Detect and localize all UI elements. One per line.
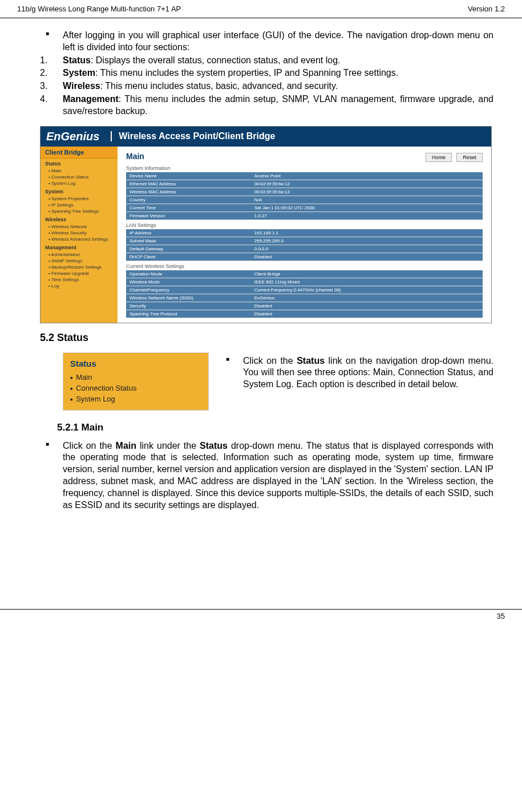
- section-521-bullet: ■ Click on the Main link under the Statu…: [40, 440, 493, 511]
- table-cell: Ethernet MAC Address: [126, 180, 251, 188]
- info-table: Device NameAccess PointEthernet MAC Addr…: [126, 172, 483, 220]
- table-cell: Device Name: [126, 172, 251, 180]
- main-title: Main: [126, 152, 144, 161]
- table-section-label: Current Wireless Settings: [126, 263, 483, 269]
- table-section-label: System Information: [126, 165, 483, 171]
- table-row: Device NameAccess Point: [126, 172, 483, 180]
- table-row: Default Gateway0.0.0.0: [126, 245, 483, 253]
- bullet-marker: ■: [40, 30, 63, 54]
- table-cell: Wireless MAC Address: [126, 188, 251, 196]
- table-row: CountryN/A: [126, 196, 483, 204]
- sidebar-title: Client Bridge: [41, 147, 118, 159]
- table-row: Subnet Mask255.255.255.0: [126, 237, 483, 245]
- list-item-3: 3. Wireless: This menu includes status, …: [40, 80, 493, 92]
- sidebar-section-header: System: [41, 186, 118, 196]
- sidebar-item[interactable]: System Properties: [41, 196, 118, 202]
- table-row: Channel/FrequencyCurrent Frequency:2.447…: [126, 286, 483, 294]
- status-item-connection[interactable]: Connection Status: [70, 383, 201, 393]
- status-item-main[interactable]: Main: [70, 372, 201, 383]
- heading-5-2-1: 5.2.1 Main: [57, 422, 493, 433]
- table-cell: Disabled: [251, 253, 483, 261]
- table-cell: 00:02:6f:39:6a:13: [251, 188, 483, 196]
- bullet-marker: ■: [40, 440, 63, 511]
- table-row: Ethernet MAC Address00:02:6f:39:6a:12: [126, 180, 483, 188]
- sidebar-section-header: Status: [41, 159, 118, 168]
- sidebar-item[interactable]: Backup/Restore Settings: [41, 264, 118, 270]
- table-cell: Current Time: [126, 204, 251, 212]
- banner-text: Wireless Access Point/Client Bridge: [119, 131, 275, 141]
- section-521-text: Click on the Main link under the Status …: [63, 440, 493, 511]
- reset-button[interactable]: Reset: [456, 153, 483, 162]
- table-cell: IP Address: [126, 229, 251, 237]
- table-cell: Disabled: [251, 310, 483, 318]
- sidebar-item[interactable]: SNMP Settings: [41, 258, 118, 264]
- sidebar: Client Bridge StatusMainConnection Statu…: [41, 147, 118, 323]
- table-cell: 00:02:6f:39:6a:12: [251, 180, 483, 188]
- divider: [111, 131, 112, 141]
- table-cell: 1.0.27: [251, 212, 483, 220]
- table-cell: 192.168.1.1: [251, 229, 483, 237]
- sidebar-item[interactable]: Spanning Tree Settings: [41, 208, 118, 214]
- num-text: Management: This menu includes the admin…: [63, 94, 493, 117]
- info-table: IP Address192.168.1.1Subnet Mask255.255.…: [126, 229, 483, 261]
- sidebar-item[interactable]: Connection Status: [41, 174, 118, 180]
- sidebar-section-header: Wireless: [41, 214, 118, 224]
- sidebar-item[interactable]: Administration: [41, 251, 118, 258]
- table-cell: Country: [126, 196, 251, 204]
- sidebar-item[interactable]: Wireless Network: [41, 224, 118, 230]
- num-marker: 3.: [40, 80, 63, 92]
- table-row: Wireless Network Name (SSID)EnGenius: [126, 294, 483, 302]
- table-row: Firmware Version1.0.27: [126, 212, 483, 220]
- status-box-title: Status: [70, 359, 201, 368]
- bullet-marker: ■: [226, 355, 243, 391]
- table-cell: 0.0.0.0: [251, 245, 483, 253]
- num-text: Wireless: This menu includes status, bas…: [63, 80, 493, 92]
- home-button[interactable]: Home: [426, 153, 452, 162]
- table-cell: Wireless Mode: [126, 278, 251, 286]
- table-cell: Firmware Version: [126, 212, 251, 220]
- intro-section: ■ After logging in you will graphical us…: [40, 30, 493, 117]
- table-row: Spanning Tree ProtocolDisabled: [126, 310, 483, 318]
- table-row: DHCP ClientDisabled: [126, 253, 483, 261]
- num-text: Status: Displays the overall status, con…: [63, 55, 493, 67]
- table-cell: Spanning Tree Protocol: [126, 310, 251, 318]
- sidebar-item[interactable]: Wireless Advanced Settings: [41, 236, 118, 242]
- status-item-systemlog[interactable]: System Log: [70, 393, 201, 404]
- table-cell: EnGenius: [251, 294, 483, 302]
- table-cell: DHCP Client: [126, 253, 251, 261]
- screenshot-body: Client Bridge StatusMainConnection Statu…: [41, 147, 491, 323]
- sidebar-section-header: Management: [41, 242, 118, 251]
- table-row: Wireless MAC Address00:02:6f:39:6a:13: [126, 188, 483, 196]
- status-description: ■ Click on the Status link on the naviga…: [226, 355, 493, 391]
- sidebar-item[interactable]: Firmware Upgrade: [41, 270, 118, 277]
- gui-screenshot: EnGenius Wireless Access Point/Client Br…: [40, 126, 492, 323]
- sidebar-item[interactable]: Log: [41, 283, 118, 289]
- table-cell: Default Gateway: [126, 245, 251, 253]
- heading-5-2: 5.2 Status: [40, 332, 493, 344]
- page-header: 11b/g Wireless Long Range Multi-function…: [0, 0, 522, 18]
- page-footer: 35: [0, 609, 522, 623]
- header-right: Version 1.2: [468, 5, 505, 13]
- num-marker: 2.: [40, 67, 63, 79]
- table-cell: Channel/Frequency: [126, 286, 251, 294]
- sidebar-item[interactable]: IP Settings: [41, 202, 118, 208]
- table-row: Current TimeSat Jan 1 01:05:02 UTC 2000: [126, 204, 483, 212]
- table-cell: Operation Mode: [126, 270, 251, 278]
- sidebar-item[interactable]: System Log: [41, 180, 118, 186]
- list-item-1: 1. Status: Displays the overall status, …: [40, 55, 493, 67]
- table-cell: 255.255.255.0: [251, 237, 483, 245]
- table-section-label: LAN Settings: [126, 222, 483, 228]
- table-cell: Sat Jan 1 01:05:02 UTC 2000: [251, 204, 483, 212]
- num-marker: 4.: [40, 94, 63, 117]
- status-menu-screenshot: Status Main Connection Status System Log: [63, 352, 209, 411]
- table-cell: Disabled: [251, 302, 483, 310]
- sidebar-item[interactable]: Time Settings: [41, 277, 118, 283]
- sidebar-item[interactable]: Main: [41, 168, 118, 174]
- sidebar-item[interactable]: Wireless Security: [41, 230, 118, 236]
- status-row: Status Main Connection Status System Log…: [63, 352, 493, 411]
- num-marker: 1.: [40, 55, 63, 67]
- intro-text: After logging in you will graphical user…: [63, 30, 493, 54]
- screenshot-banner: EnGenius Wireless Access Point/Client Br…: [41, 127, 491, 147]
- table-cell: Client Bridge: [251, 270, 483, 278]
- table-row: IP Address192.168.1.1: [126, 229, 483, 237]
